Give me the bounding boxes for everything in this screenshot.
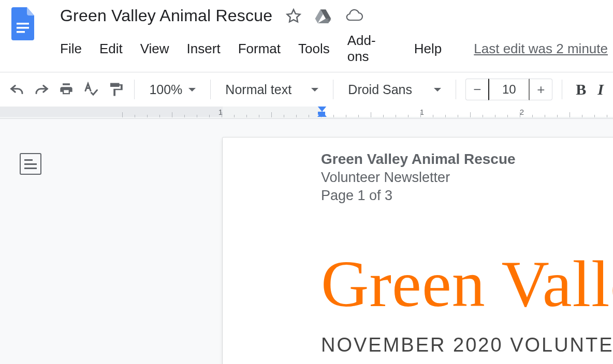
document-subheading[interactable]: NOVEMBER 2020 VOLUNTEER NEWSLETTER [321,334,613,356]
font-size-increase-button[interactable]: + [530,79,552,100]
hanging-indent-marker[interactable] [317,111,327,117]
svg-rect-1 [17,27,29,29]
menu-addons[interactable]: Add-ons [347,33,397,65]
page-header-pagenum[interactable]: Page 1 of 3 [321,188,613,204]
menu-edit[interactable]: Edit [99,41,123,57]
toolbar: 100% Normal text Droid Sans − + B I [0,72,613,107]
move-to-drive-icon[interactable]: + [315,8,331,24]
font-size-control: − + [465,79,552,100]
docs-logo[interactable] [5,4,40,40]
undo-button[interactable] [7,80,26,99]
font-family-value: Droid Sans [348,82,412,97]
menu-format[interactable]: Format [238,41,281,57]
chevron-down-icon [188,88,196,92]
menu-file[interactable]: File [60,41,82,57]
print-button[interactable] [56,80,76,99]
paragraph-style-dropdown[interactable]: Normal text [220,79,324,100]
font-size-decrease-button[interactable]: − [465,79,488,100]
chevron-down-icon [311,88,318,92]
bold-button[interactable]: B [572,81,590,98]
menu-view[interactable]: View [140,41,169,57]
paint-format-button[interactable] [106,80,125,99]
document-title[interactable]: Green Valley Animal Rescue [60,6,272,25]
font-size-input[interactable] [488,79,530,100]
svg-text:+: + [327,16,331,23]
star-icon[interactable] [286,8,301,24]
svg-marker-3 [287,9,300,22]
zoom-dropdown[interactable]: 100% [144,79,201,100]
title-bar: Green Valley Animal Rescue + File Edit V… [0,0,613,72]
document-heading[interactable]: Green Valley [321,249,613,318]
menu-help[interactable]: Help [414,41,442,57]
horizontal-ruler[interactable]: 1 1 2 /* ticks drawn via small divs belo… [0,107,613,119]
separator [456,80,456,99]
zoom-value: 100% [149,82,182,97]
editor-canvas[interactable]: Green Valley Animal Rescue Volunteer New… [0,119,613,364]
separator [134,80,135,99]
separator [210,80,211,99]
paragraph-style-value: Normal text [225,82,291,97]
page[interactable]: Green Valley Animal Rescue Volunteer New… [223,138,613,364]
menu-insert[interactable]: Insert [187,41,221,57]
svg-rect-2 [17,31,25,33]
chevron-down-icon [434,88,441,92]
spellcheck-button[interactable] [81,80,100,99]
page-header-title[interactable]: Green Valley Animal Rescue [321,151,613,168]
menu-tools[interactable]: Tools [298,41,330,57]
font-family-dropdown[interactable]: Droid Sans [343,79,446,100]
ruler-label: 2 [520,108,524,116]
cloud-status-icon[interactable] [345,9,363,23]
separator [562,80,562,99]
italic-button[interactable]: I [595,81,606,98]
page-header-subtitle[interactable]: Volunteer Newsletter [321,170,613,186]
document-outline-button[interactable] [20,153,41,175]
svg-rect-0 [17,23,29,25]
redo-button[interactable] [32,80,51,99]
last-edit-link[interactable]: Last edit was 2 minute [474,41,608,57]
separator [333,80,333,99]
menu-bar: File Edit View Insert Format Tools Add-o… [40,28,608,72]
